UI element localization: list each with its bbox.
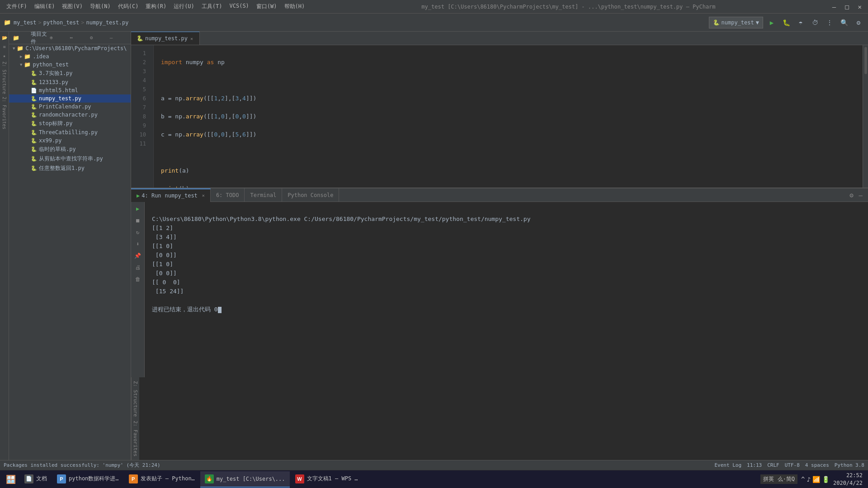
menu-tools[interactable]: 工具(T) (199, 2, 225, 11)
tray-network-icon[interactable]: 📶 (812, 476, 820, 483)
breadcrumb-file[interactable]: numpy_test.py (86, 19, 129, 26)
panel-collapse-icon[interactable]: — (109, 34, 127, 42)
tray-battery-icon[interactable]: 🔋 (822, 476, 830, 483)
menu-file[interactable]: 文件(F) (4, 2, 30, 11)
tree-file-threecat[interactable]: 🐍 ThreeCatbilling.py (9, 128, 131, 136)
status-encoding[interactable]: UTF-8 (785, 462, 800, 468)
menu-navigate[interactable]: 导航(N) (87, 2, 113, 11)
status-line-ending[interactable]: CRLF (767, 462, 779, 468)
menu-vcs[interactable]: VCS(S) (227, 2, 252, 11)
settings-button[interactable]: ⚙ (853, 17, 864, 28)
status-python-ver[interactable]: Python 3.8 (835, 462, 864, 468)
stop-icon[interactable]: ■ (133, 216, 143, 225)
terminal-tab-label[interactable]: Terminal (250, 192, 276, 198)
menu-view[interactable]: 视图(V) (59, 2, 85, 11)
tree-file-draft[interactable]: 🐍 临时的草稿.py (9, 145, 131, 154)
file-2-label[interactable]: 123133.py (39, 79, 68, 85)
menu-run[interactable]: 运行(U) (171, 2, 197, 11)
file-numpy-label[interactable]: numpy_test.py (39, 95, 81, 102)
favorites-label[interactable]: 2: Favorites (131, 419, 140, 458)
taskbar-item-pycharm-py[interactable]: P python数据科学进… (52, 471, 123, 488)
taskbar-item-doc[interactable]: 📄 文档 (20, 471, 52, 488)
tab-terminal[interactable]: Terminal (245, 188, 282, 202)
tree-file-printcal[interactable]: 🐍 PrintCalendar.py (9, 103, 131, 111)
run-panel-collapse-icon[interactable]: — (857, 191, 864, 200)
z-favorites-label[interactable]: 2: Favorites (1, 96, 8, 130)
status-line-col[interactable]: 11:13 (747, 462, 762, 468)
window-controls[interactable]: — □ ✕ (830, 2, 864, 11)
run-tab-close[interactable]: ✕ (202, 193, 205, 198)
panel-add-icon[interactable]: ⊕ (49, 34, 67, 42)
todo-tab-label[interactable]: 6: TODO (216, 192, 239, 198)
idea-folder-label[interactable]: .idea (33, 53, 49, 60)
run-config-name[interactable]: numpy_test (722, 19, 754, 26)
taskbar-item-wps[interactable]: W 文字文稿1 – WPS … (291, 471, 363, 488)
menu-edit[interactable]: 编辑(E) (32, 2, 58, 11)
scrollbar-thumb[interactable] (864, 47, 867, 74)
menu-help[interactable]: 帮助(H) (282, 2, 308, 11)
file-random-label[interactable]: randomcharacter.py (39, 112, 98, 118)
tray-sound-icon[interactable]: ♪ (807, 476, 811, 483)
tab-numpy-test[interactable]: 🐍 numpy_test.py ✕ (131, 32, 200, 45)
run-icon[interactable]: ▶ (133, 204, 143, 214)
tree-file-1[interactable]: 🐍 3.7实验1.py (9, 69, 131, 78)
tree-file-clipboard[interactable]: 🐍 从剪贴本中查找字符串.py (9, 154, 131, 164)
run-with-coverage-button[interactable]: ☂ (795, 17, 807, 28)
code-scrollbar[interactable] (863, 45, 868, 188)
python-console-tab-label[interactable]: Python Console (288, 192, 333, 198)
run-button[interactable]: ▶ (766, 17, 778, 28)
panel-settings-icon[interactable]: ⚙ (89, 34, 107, 42)
favorites-tool-button[interactable]: ★ (0, 52, 9, 60)
project-tool-button[interactable]: 📂 (0, 33, 9, 42)
taskbar-item-pycharm[interactable]: 🔥 my_test [C:\Users\... (200, 471, 290, 488)
run-tab-label[interactable]: 4: Run (142, 192, 161, 199)
print-icon[interactable]: 🖨 (133, 263, 143, 272)
tree-file-2[interactable]: 🐍 123133.py (9, 78, 131, 86)
run-configuration[interactable]: 🐍 numpy_test ▼ (709, 17, 763, 28)
file-html-label[interactable]: myhtml5.html (39, 87, 78, 94)
profile-button[interactable]: ⏱ (809, 17, 821, 28)
tab-python-console[interactable]: Python Console (282, 188, 339, 202)
tab-run[interactable]: ▶ 4: Run numpy_test ✕ (131, 188, 211, 202)
file-clipboard-label[interactable]: 从剪贴本中查找字符串.py (39, 155, 103, 163)
status-indent[interactable]: 4 spaces (805, 462, 829, 468)
file-return-label[interactable]: 任意整数返回1.py (39, 164, 85, 172)
tree-file-random[interactable]: 🐍 randomcharacter.py (9, 111, 131, 119)
file-xx99-label[interactable]: xx99.py (39, 137, 62, 144)
panel-expand-icon[interactable]: ↔ (69, 34, 87, 42)
tree-file-return[interactable]: 🐍 任意整数返回1.py (9, 164, 131, 173)
pin-icon[interactable]: 📌 (133, 251, 143, 261)
file-printcal-label[interactable]: PrintCalendar.py (39, 103, 91, 110)
scroll-to-end-icon[interactable]: ⬇ (133, 239, 143, 249)
search-everywhere-button[interactable]: 🔍 (838, 17, 850, 28)
run-tab-name[interactable]: numpy_test (165, 192, 198, 199)
tree-file-stop[interactable]: 🐍 stop标牌.py (9, 119, 131, 128)
tab-close-button[interactable]: ✕ (189, 36, 194, 42)
structure-label[interactable]: Z: Structure (131, 379, 140, 418)
run-toolbar-more[interactable]: ⋮ (824, 17, 835, 28)
debug-button[interactable]: 🐛 (780, 17, 792, 28)
taskbar-lang[interactable]: 拼英 么·简Q (760, 474, 797, 484)
breadcrumb-folder[interactable]: python_test (43, 19, 79, 26)
file-1-label[interactable]: 3.7实验1.py (39, 70, 73, 77)
tab-todo[interactable]: 6: TODO (211, 188, 245, 202)
tab-label[interactable]: numpy_test.py (145, 35, 188, 42)
tree-idea-folder[interactable]: ▶ 📁 .idea (9, 52, 131, 61)
structure-tool-button[interactable]: ≡ (0, 42, 9, 51)
minimize-button[interactable]: — (830, 2, 839, 11)
menu-code[interactable]: 代码(C) (115, 2, 142, 11)
tree-file-numpy[interactable]: 🐍 numpy_test.py (9, 94, 131, 103)
status-event-log[interactable]: Event Log (714, 462, 741, 468)
taskbar-time[interactable]: 22:52 2020/4/22 (833, 472, 863, 487)
taskbar-item-chrome[interactable]: P 发表贴子 – Python… (124, 471, 199, 488)
menu-bar[interactable]: 文件(F) 编辑(E) 视图(V) 导航(N) 代码(C) 重构(R) 运行(U… (4, 2, 307, 11)
tree-root[interactable]: ▼ 📁 C:\Users\86180\PycharmProjects\ (9, 44, 131, 52)
run-config-dropdown[interactable]: ▼ (756, 19, 759, 26)
start-button[interactable]: 🪟 (2, 470, 20, 488)
tree-python-test-folder[interactable]: ▼ 📁 python_test (9, 61, 131, 69)
code-editor[interactable]: 1 2 3 4 5 6 7 8 9 10 11 import numpy as … (131, 45, 868, 188)
breadcrumb-project[interactable]: my_test (14, 19, 37, 26)
python-test-folder-label[interactable]: python_test (33, 61, 68, 68)
menu-refactor[interactable]: 重构(R) (143, 2, 169, 11)
root-path[interactable]: C:\Users\86180\PycharmProjects\ (25, 45, 127, 52)
